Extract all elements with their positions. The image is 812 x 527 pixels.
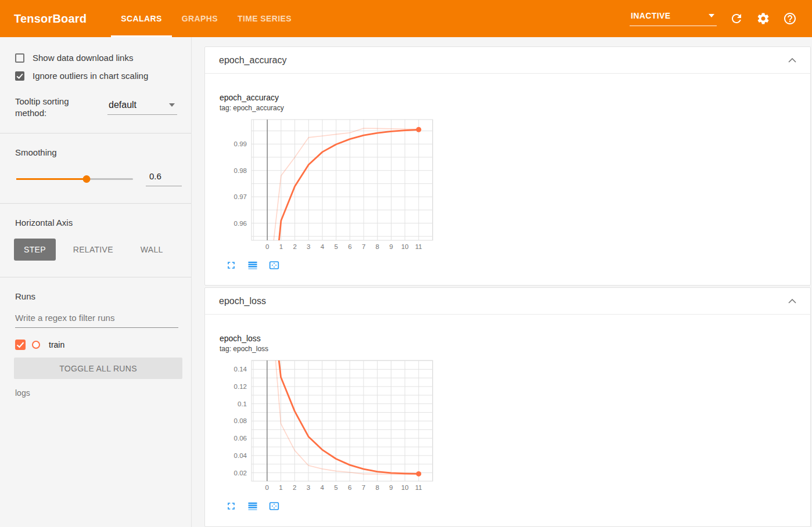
chevron-down-icon	[169, 103, 175, 107]
svg-text:10: 10	[401, 484, 409, 491]
tab-graphs[interactable]: GRAPHS	[172, 0, 228, 37]
svg-text:0.1: 0.1	[238, 400, 247, 407]
log-directory-label: logs	[15, 388, 177, 398]
svg-text:7: 7	[362, 243, 365, 250]
chevron-up-icon[interactable]	[788, 299, 796, 304]
run-color-swatch[interactable]	[32, 341, 40, 349]
tooltip-sorting-row: Tooltip sorting method: default	[15, 96, 177, 119]
tab-scalars[interactable]: SCALARS	[111, 0, 171, 37]
tooltip-sorting-label: Tooltip sorting method:	[15, 96, 84, 119]
svg-text:10: 10	[401, 243, 409, 250]
card-header[interactable]: epoch_accuracy	[205, 47, 810, 74]
refresh-button[interactable]	[730, 12, 743, 26]
svg-text:6: 6	[348, 243, 351, 250]
axis-option-step[interactable]: STEP	[14, 239, 56, 261]
svg-text:0.99: 0.99	[234, 140, 247, 147]
svg-text:0.14: 0.14	[234, 366, 247, 373]
svg-text:7: 7	[362, 484, 365, 491]
horizontal-axis-label: Horizontal Axis	[15, 218, 177, 228]
svg-text:0.97: 0.97	[234, 193, 247, 200]
lines-icon[interactable]	[247, 500, 258, 512]
tooltip-sorting-value: default	[109, 100, 136, 110]
svg-text:0.96: 0.96	[234, 220, 247, 227]
smoothing-slider[interactable]	[16, 175, 133, 183]
card-header[interactable]: epoch_loss	[205, 288, 810, 315]
svg-text:0: 0	[265, 484, 269, 491]
help-icon	[783, 12, 797, 26]
help-button[interactable]	[783, 12, 797, 26]
runs-title: Runs	[15, 291, 177, 301]
svg-text:5: 5	[334, 243, 337, 250]
show-download-links-checkbox-row[interactable]: Show data download links	[15, 53, 177, 63]
lines-icon[interactable]	[247, 259, 258, 271]
svg-text:2: 2	[293, 484, 296, 491]
svg-text:0.08: 0.08	[234, 417, 247, 424]
svg-text:1: 1	[279, 243, 283, 250]
chart-tag: tag: epoch_accuracy	[220, 104, 442, 112]
svg-text:11: 11	[415, 484, 422, 491]
slider-fill	[16, 178, 87, 180]
chart-block: epoch_loss tag: epoch_loss 0.020.040.060…	[219, 334, 442, 512]
svg-text:9: 9	[389, 243, 393, 250]
status-label: INACTIVE	[631, 11, 671, 20]
expand-icon[interactable]	[225, 259, 237, 271]
checkbox-checked-icon[interactable]	[15, 71, 24, 81]
chart-tag: tag: epoch_loss	[220, 345, 442, 353]
svg-text:4: 4	[321, 243, 325, 250]
app-title: TensorBoard	[14, 12, 87, 26]
svg-text:3: 3	[307, 243, 310, 250]
checkbox-unchecked-icon[interactable]	[15, 53, 24, 63]
tooltip-sorting-dropdown[interactable]: default	[107, 100, 177, 115]
svg-text:5: 5	[334, 484, 337, 491]
slider-thumb[interactable]	[82, 175, 90, 183]
app-header: TensorBoard SCALARS GRAPHS TIME SERIES I…	[0, 0, 812, 37]
fit-data-icon[interactable]	[268, 500, 280, 512]
checkbox-label: Ignore outliers in chart scaling	[33, 71, 148, 81]
checkbox-label: Show data download links	[33, 53, 133, 63]
svg-text:0.12: 0.12	[234, 383, 247, 390]
smoothing-row: 0.6	[16, 171, 182, 186]
svg-text:0: 0	[265, 243, 269, 250]
axis-option-wall[interactable]: WALL	[131, 239, 173, 261]
svg-text:6: 6	[348, 484, 351, 491]
svg-text:4: 4	[320, 484, 324, 491]
ignore-outliers-checkbox-row[interactable]: Ignore outliers in chart scaling	[15, 71, 177, 81]
run-row-train[interactable]: train	[15, 340, 177, 350]
expand-icon[interactable]	[225, 500, 237, 512]
scalar-line-chart-epoch-loss[interactable]: 0.020.040.060.080.10.120.140123456789101…	[219, 359, 441, 494]
chart-block: epoch_accuracy tag: epoch_accuracy 0.960…	[219, 93, 442, 271]
svg-text:1: 1	[279, 484, 282, 491]
run-filter-input[interactable]	[15, 313, 178, 328]
card-title: epoch_loss	[219, 296, 266, 306]
chart-actions	[225, 500, 442, 512]
smoothing-value[interactable]: 0.6	[146, 171, 182, 186]
settings-button[interactable]	[756, 12, 770, 26]
axis-option-relative[interactable]: RELATIVE	[63, 239, 123, 261]
toggle-all-runs-button[interactable]: TOGGLE ALL RUNS	[14, 358, 182, 379]
gear-icon	[756, 12, 770, 26]
horizontal-axis-options: STEP RELATIVE WALL	[14, 239, 177, 261]
scalar-line-chart-epoch-accuracy[interactable]: 0.960.970.980.9901234567891011	[219, 118, 441, 254]
svg-text:8: 8	[375, 484, 379, 491]
svg-text:9: 9	[389, 484, 393, 491]
run-checkbox-icon[interactable]	[15, 340, 26, 350]
tab-bar: SCALARS GRAPHS TIME SERIES	[111, 0, 301, 37]
reload-status-dropdown[interactable]: INACTIVE	[630, 11, 717, 26]
svg-text:3: 3	[307, 484, 310, 491]
smoothing-label: Smoothing	[15, 147, 177, 157]
chevron-down-icon	[709, 14, 714, 17]
svg-text:0.06: 0.06	[234, 435, 247, 442]
sidebar: Show data download links Ignore outliers…	[0, 37, 192, 527]
svg-text:8: 8	[376, 243, 379, 250]
chevron-up-icon[interactable]	[788, 58, 796, 63]
card-title: epoch_accuracy	[219, 55, 287, 66]
svg-text:2: 2	[293, 243, 296, 250]
svg-text:11: 11	[415, 243, 422, 250]
fit-data-icon[interactable]	[268, 259, 280, 271]
run-name: train	[49, 340, 64, 349]
chart-title: epoch_accuracy	[220, 93, 442, 102]
svg-text:0.98: 0.98	[234, 167, 247, 174]
refresh-icon	[730, 12, 743, 26]
tab-time-series[interactable]: TIME SERIES	[228, 0, 301, 37]
scalar-card-epoch-loss: epoch_loss epoch_loss tag: epoch_loss 0.…	[204, 287, 811, 527]
